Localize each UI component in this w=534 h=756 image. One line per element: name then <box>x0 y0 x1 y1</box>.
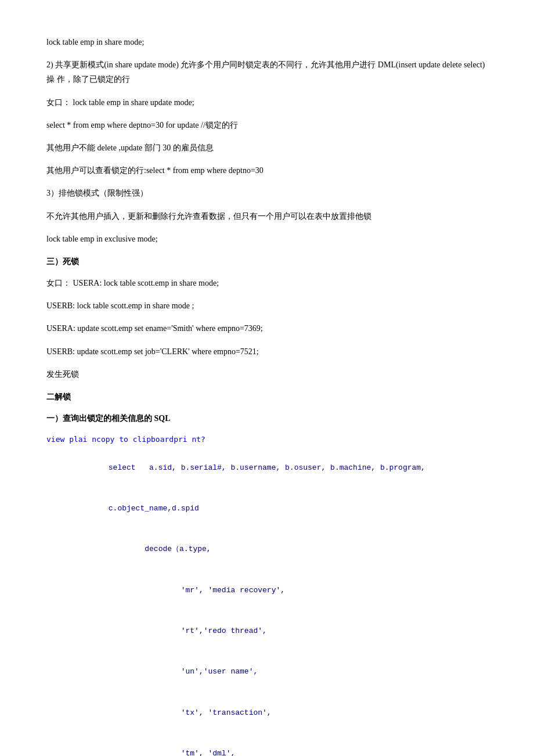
code-line-4: 'mr', 'media recovery', <box>46 571 488 610</box>
code-line-2: c.object_name,d.spid <box>46 489 488 528</box>
para-usera-update: USERA: update scott.emp set ename='Smith… <box>46 321 488 336</box>
para-other-user-can: 其他用户可以查看锁定的行:select * from emp where dep… <box>46 163 488 178</box>
para-other-user-cannot: 其他用户不能 delete ,update 部门 30 的雇员信息 <box>46 141 488 155</box>
para-select-for-update: select * from emp where deptno=30 for up… <box>46 118 488 132</box>
para-exclusive-desc: 不允许其他用户插入，更新和删除行允许查看数据，但只有一个用户可以在表中放置排他锁 <box>46 209 488 224</box>
code-toolbar-link[interactable]: view plai ncopy to clipboardpri nt? <box>46 433 488 446</box>
para-userb-lock: USERB: lock table scott.emp in share mod… <box>46 298 488 313</box>
para-share-update-desc: 2) 共享更新模式(in share update mode) 允许多个用户同时… <box>46 57 488 87</box>
para-example-share-update: 女口： lock table emp in share update mode; <box>46 95 488 110</box>
code-line-5: 'rt','redo thread', <box>46 612 488 650</box>
section-query-lock-sql: 一）查询出锁定的相关信息的 SQL <box>46 411 488 426</box>
para-userb-update: USERB: update scott.emp set job='CLERK' … <box>46 344 488 359</box>
code-line-1: select a.sid, b.serial#, b.username, b.o… <box>46 449 488 487</box>
code-line-8: 'tm', 'dml', <box>46 735 488 756</box>
code-line-7: 'tx', 'transaction', <box>46 693 488 732</box>
para-exclusive-mode: lock table emp in exclusive mode; <box>46 232 488 246</box>
section-unlock: 二解锁 <box>46 390 488 404</box>
code-line-6: 'un','user name', <box>46 653 488 691</box>
section-deadlock: 三）死锁 <box>46 254 488 269</box>
para-deadlock-occurred: 发生死锁 <box>46 367 488 381</box>
para-usera-lock: 女口： USERA: lock table scott.emp in share… <box>46 276 488 290</box>
para-exclusive-title: 3）排他锁模式（限制性强） <box>46 186 488 200</box>
code-line-3: decode（a.type, <box>46 530 488 568</box>
para-lock-share-mode: lock table emp in share mode; <box>46 35 488 49</box>
code-block-container: select a.sid, b.serial#, b.username, b.o… <box>46 449 488 756</box>
content-area: lock table emp in share mode; 2) 共享更新模式(… <box>46 35 488 756</box>
